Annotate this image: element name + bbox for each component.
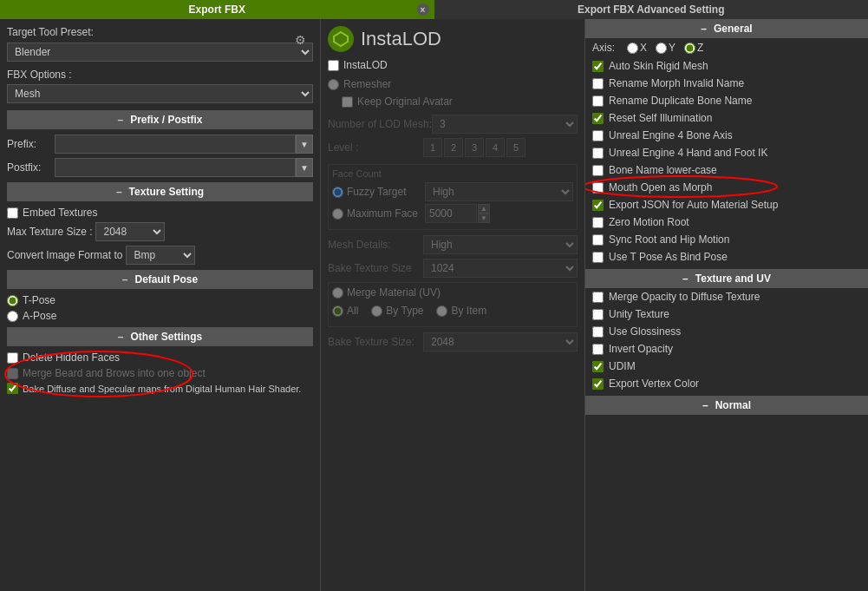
postfix-arrow-btn[interactable]: ▼ [296, 158, 313, 177]
checkbox-syncRootHipMotion[interactable] [592, 234, 604, 246]
other-settings-title: Other Settings [131, 331, 203, 343]
fbx-options-dropdown-row: Mesh [7, 84, 313, 103]
fuzzy-target-row: Fuzzy Target High [332, 182, 573, 201]
fuzzy-target-select[interactable]: High [425, 182, 573, 201]
close-button[interactable]: × [417, 3, 429, 16]
checkbox-mergeOpacityDiffuse[interactable] [592, 292, 604, 303]
max-face-input[interactable] [425, 204, 477, 223]
t-pose-radio[interactable] [7, 295, 18, 306]
prefix-input[interactable] [55, 135, 296, 154]
target-tool-preset-dropdown-row: Blender [7, 43, 313, 62]
gear-icon[interactable]: ⚙ [295, 33, 306, 47]
delete-hidden-faces-checkbox[interactable] [7, 352, 18, 364]
prefix-arrow-btn[interactable]: ▼ [296, 135, 313, 154]
checkbox-useGlossiness[interactable] [592, 326, 604, 338]
max-texture-size-select[interactable]: 2048 [95, 222, 165, 241]
axis-z-label: Z [697, 42, 703, 54]
level-btn-4[interactable]: 4 [486, 138, 505, 157]
label-syncRootHipMotion: Sync Root and Hip Motion [609, 233, 729, 246]
fbx-options-select[interactable]: Mesh [7, 84, 313, 103]
keep-original-avatar-checkbox[interactable] [342, 96, 353, 108]
general-item-resetSelfIllumination: Reset Self Illumination [585, 109, 868, 127]
checkbox-exportVertexColor[interactable] [592, 378, 604, 390]
a-pose-label: A-Pose [23, 310, 56, 322]
merge-by-item-row: By Item [436, 305, 486, 317]
checkbox-invertOpacity[interactable] [592, 344, 604, 355]
mesh-details-select[interactable]: High [423, 235, 578, 254]
checkbox-renameDuplicateBoneName[interactable] [592, 95, 604, 107]
instalod-header: InstaLOD [328, 26, 578, 52]
middle-panel: InstaLOD InstaLOD Remesher Keep Original… [321, 19, 585, 591]
level-btn-2[interactable]: 2 [444, 138, 463, 157]
label-exportJSONAutoMaterial: Export JSON for Auto Material Setup [609, 199, 778, 211]
max-face-down-btn[interactable]: ▼ [478, 213, 490, 223]
t-pose-label: T-Pose [23, 294, 55, 306]
prefix-label: Prefix: [7, 138, 55, 150]
checkbox-unrealEngine4HandFootIK[interactable] [592, 148, 604, 159]
checkbox-boneNameLowercase[interactable] [592, 165, 604, 176]
postfix-input[interactable] [55, 158, 296, 177]
label-udim: UDIM [609, 360, 636, 372]
merge-by-type-radio[interactable] [371, 305, 382, 317]
svg-marker-2 [336, 35, 345, 43]
checkbox-unrealEngine4BoneAxis[interactable] [592, 130, 604, 141]
axis-y-label: Y [669, 42, 675, 54]
merge-beard-brows-checkbox[interactable] [7, 368, 18, 379]
label-boneNameLowercase: Bone Name lower-case [609, 164, 717, 176]
checkbox-mouthOpenAsMorph[interactable] [592, 182, 604, 194]
target-tool-preset-select[interactable]: Blender [7, 43, 313, 62]
general-item-zeroMotionRoot: Zero Motion Root [585, 213, 868, 231]
postfix-label: Postfix: [7, 161, 55, 174]
checkbox-zeroMotionRoot[interactable] [592, 217, 604, 228]
general-item-syncRootHipMotion: Sync Root and Hip Motion [585, 231, 868, 248]
level-btn-5[interactable]: 5 [506, 138, 525, 157]
lod-mesh-select[interactable]: 3 [432, 115, 578, 134]
axis-z-radio[interactable] [684, 43, 695, 54]
convert-format-select[interactable]: Bmp [126, 246, 195, 265]
instalod-checkbox[interactable] [328, 60, 339, 71]
general-header: – General [585, 19, 868, 38]
max-face-spinners: ▲ ▼ [478, 204, 490, 223]
target-tool-preset-label: Target Tool Preset: [7, 26, 94, 38]
convert-image-format-row: Convert Image Format to Bmp [7, 246, 313, 265]
merge-by-item-radio[interactable] [436, 305, 447, 317]
texture-item-udim: UDIM [585, 358, 868, 375]
embed-textures-checkbox[interactable] [7, 207, 18, 219]
checkbox-exportJSONAutoMaterial[interactable] [592, 200, 604, 211]
max-face-up-btn[interactable]: ▲ [478, 204, 490, 213]
bake-texture-size-select[interactable]: 1024 [423, 259, 578, 278]
remesher-radio[interactable] [328, 79, 339, 90]
axis-y-option: Y [656, 42, 675, 54]
fbx-options-section: FBX Options : Mesh [7, 69, 313, 103]
title-left: Export FBX × [0, 0, 434, 19]
target-tool-preset-section: Target Tool Preset: Blender ⚙ [7, 26, 313, 62]
checkbox-renameMorphInvalidName[interactable] [592, 78, 604, 89]
delete-hidden-faces-annotation: Delete Hidden Faces Merge Beard and Brow… [7, 351, 313, 379]
a-pose-radio[interactable] [7, 311, 18, 322]
keep-original-avatar-row: Keep Original Avatar [328, 95, 578, 108]
checkbox-useTposeBindPose[interactable] [592, 252, 604, 263]
texture-setting-header: – Texture Setting [7, 182, 313, 201]
t-pose-row: T-Pose [7, 294, 313, 306]
checkbox-autoSkinRigidMesh[interactable] [592, 61, 604, 72]
normal-title: Normal [715, 399, 751, 411]
level-btn-3[interactable]: 3 [465, 138, 484, 157]
checkbox-unityTexture[interactable] [592, 309, 604, 320]
fbx-options-label: FBX Options : [7, 69, 313, 81]
collapse-icon: – [117, 114, 123, 126]
texture-item-exportVertexColor: Export Vertex Color [585, 375, 868, 392]
bake-texture-bottom-select[interactable]: 2048 [423, 332, 578, 351]
checkbox-resetSelfIllumination[interactable] [592, 113, 604, 124]
fuzzy-target-radio[interactable] [332, 187, 343, 198]
level-btn-1[interactable]: 1 [423, 138, 442, 157]
delete-hidden-faces-row: Delete Hidden Faces [7, 351, 313, 364]
merge-material-radio[interactable] [332, 287, 343, 299]
merge-all-radio[interactable] [332, 305, 343, 317]
bake-digital-human-checkbox[interactable] [7, 383, 18, 394]
other-settings-section: – Other Settings Delete Hidden Faces Mer… [7, 327, 313, 394]
general-item-mouthOpenAsMorph: Mouth Open as Morph [585, 179, 868, 196]
axis-x-radio[interactable] [627, 43, 638, 54]
axis-y-radio[interactable] [656, 43, 667, 54]
checkbox-udim[interactable] [592, 361, 604, 372]
max-face-radio[interactable] [332, 208, 343, 220]
